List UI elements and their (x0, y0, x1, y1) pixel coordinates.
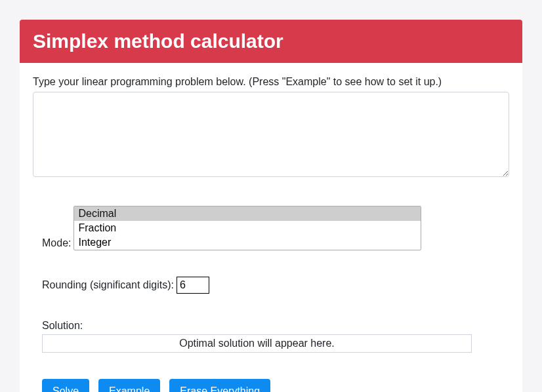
problem-input[interactable] (33, 92, 509, 177)
mode-label: Mode: (42, 237, 71, 250)
solve-button[interactable]: Solve (42, 379, 89, 392)
rounding-row: Rounding (significant digits): (42, 277, 509, 294)
solution-label: Solution: (42, 320, 509, 332)
mode-option-integer[interactable]: Integer (74, 235, 421, 250)
erase-button[interactable]: Erase Everything (169, 379, 270, 392)
mode-option-decimal[interactable]: Decimal (74, 206, 421, 221)
solution-output (42, 334, 472, 353)
buttons-row: Solve Example Erase Everything (42, 379, 509, 392)
calculator-card: Simplex method calculator Type your line… (20, 20, 522, 392)
example-button[interactable]: Example (98, 379, 160, 392)
mode-select[interactable]: Decimal Fraction Integer (73, 206, 421, 250)
rounding-label: Rounding (significant digits): (42, 279, 174, 291)
rounding-input[interactable] (177, 277, 209, 294)
mode-option-fraction[interactable]: Fraction (74, 221, 421, 235)
header: Simplex method calculator (20, 20, 522, 63)
page-title: Simplex method calculator (33, 30, 509, 52)
content-area: Type your linear programming problem bel… (20, 63, 522, 392)
instruction-text: Type your linear programming problem bel… (33, 76, 509, 88)
mode-row: Mode: Decimal Fraction Integer (42, 206, 509, 250)
solution-row: Solution: (42, 320, 509, 353)
